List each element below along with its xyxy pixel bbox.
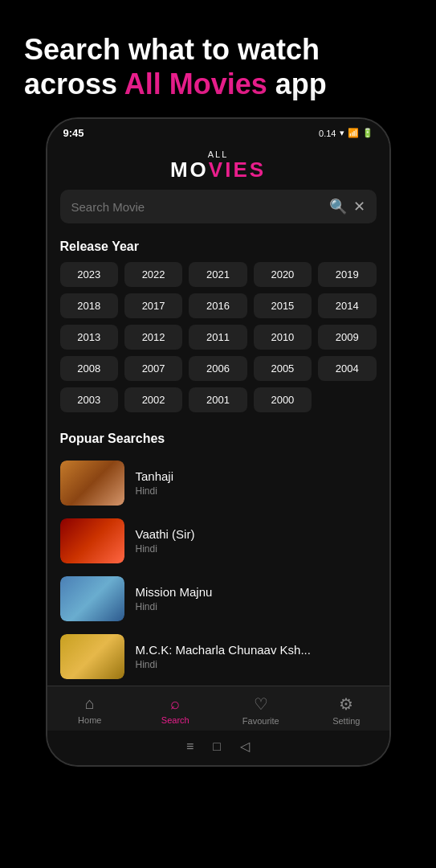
wifi-icon: ▾	[340, 128, 344, 138]
movie-lang: Hindi	[136, 543, 377, 555]
popular-searches-label: Popuar Searches	[47, 428, 389, 454]
status-bar: 9:45 0.14 ▾ 📶 🔋	[47, 119, 389, 143]
header-line1: Search what to watch	[24, 33, 320, 66]
header-highlight: All Movies	[124, 68, 267, 100]
gesture-bar: ≡□◁	[47, 731, 389, 765]
header-line2-suffix: app	[267, 68, 327, 100]
movie-title: Vaathi (Sir)	[136, 527, 377, 541]
release-year-label: Release Year	[47, 236, 389, 262]
phone-frame: 9:45 0.14 ▾ 📶 🔋 ALL MOVIES 🔍 ✕ Release Y…	[46, 117, 391, 767]
back-gesture[interactable]: ◁	[240, 739, 250, 754]
movie-lang: Hindi	[136, 601, 377, 612]
year-chip[interactable]: 2013	[60, 325, 118, 350]
year-chip[interactable]: 2001	[189, 387, 247, 412]
movie-info: Tanhaji Hindi	[136, 469, 377, 497]
nav-icon-home: ⌂	[85, 694, 95, 713]
year-chip[interactable]: 2003	[60, 387, 118, 412]
nav-item-home[interactable]: ⌂ Home	[66, 694, 114, 726]
popular-searches-section: Popuar Searches Tanhaji Hindi Vaathi (Si…	[47, 425, 389, 686]
year-chip[interactable]: 2016	[189, 293, 247, 318]
movie-lang: Hindi	[136, 485, 377, 497]
year-chip[interactable]: 2014	[318, 293, 376, 318]
search-input[interactable]	[71, 200, 323, 214]
year-chip[interactable]: 2022	[124, 262, 182, 287]
year-chip[interactable]: 2019	[318, 262, 376, 287]
app-content: ALL MOVIES 🔍 ✕ Release Year 202320222021…	[47, 143, 389, 686]
year-chip[interactable]: 2010	[254, 325, 312, 350]
year-chip[interactable]: 2009	[318, 325, 376, 350]
movie-item[interactable]: M.C.K: Macharla Chunaav Ksh... Hindi	[47, 628, 389, 686]
movie-title: Mission Majnu	[136, 585, 377, 599]
battery-icon: 🔋	[362, 128, 373, 138]
nav-label-favourite: Favourite	[242, 716, 279, 726]
year-chip[interactable]: 2006	[189, 356, 247, 381]
nav-icon-favourite: ♡	[254, 694, 268, 714]
movie-info: Vaathi (Sir) Hindi	[136, 527, 377, 555]
year-grid: 2023202220212020201920182017201620152014…	[47, 262, 389, 425]
movie-thumb	[60, 576, 124, 621]
logo-movies: MOVIES	[47, 159, 389, 180]
home-gesture[interactable]: □	[213, 739, 221, 754]
status-icons: 0.14 ▾ 📶 🔋	[319, 128, 373, 138]
movie-thumb	[60, 461, 124, 506]
year-chip[interactable]: 2023	[60, 262, 118, 287]
movie-item[interactable]: Vaathi (Sir) Hindi	[47, 512, 389, 570]
year-chip[interactable]: 2017	[124, 293, 182, 318]
movie-thumb	[60, 634, 124, 679]
header-area: Search what to watch across All Movies a…	[0, 0, 436, 117]
movie-lang: Hindi	[136, 659, 377, 670]
nav-label-search: Search	[161, 715, 189, 725]
bottom-nav: ⌂ Home ⌕ Search ♡ Favourite ⚙ Setting	[47, 686, 389, 731]
nav-icon-search: ⌕	[170, 694, 180, 713]
movie-info: Mission Majnu Hindi	[136, 585, 377, 612]
search-bar[interactable]: 🔍 ✕	[60, 190, 377, 223]
year-chip[interactable]: 2002	[124, 387, 182, 412]
close-icon[interactable]: ✕	[353, 198, 365, 215]
year-chip[interactable]: 2004	[318, 356, 376, 381]
year-chip[interactable]: 2020	[254, 262, 312, 287]
movie-item[interactable]: Mission Majnu Hindi	[47, 570, 389, 628]
nav-item-search[interactable]: ⌕ Search	[151, 694, 199, 726]
year-chip[interactable]: 2008	[60, 356, 118, 381]
nav-icon-setting: ⚙	[339, 694, 353, 714]
movie-info: M.C.K: Macharla Chunaav Ksh... Hindi	[136, 643, 377, 670]
nav-item-setting[interactable]: ⚙ Setting	[322, 694, 370, 726]
year-chip[interactable]: 2011	[189, 325, 247, 350]
signal-icon: 📶	[348, 128, 359, 138]
year-chip[interactable]: 2018	[60, 293, 118, 318]
year-chip[interactable]: 2007	[124, 356, 182, 381]
year-chip[interactable]: 2000	[254, 387, 312, 412]
search-icon[interactable]: 🔍	[329, 198, 347, 215]
year-chip[interactable]: 2015	[254, 293, 312, 318]
movie-item[interactable]: Tanhaji Hindi	[47, 454, 389, 512]
header-line2-prefix: across	[24, 68, 124, 100]
nav-label-setting: Setting	[332, 716, 360, 726]
logo-mo: MO	[170, 158, 209, 182]
nav-item-favourite[interactable]: ♡ Favourite	[237, 694, 285, 726]
movie-thumb	[60, 518, 124, 563]
year-chip[interactable]: 2012	[124, 325, 182, 350]
year-chip[interactable]: 2005	[254, 356, 312, 381]
app-logo: ALL MOVIES	[47, 143, 389, 190]
menu-gesture[interactable]: ≡	[186, 739, 194, 754]
movie-title: Tanhaji	[136, 469, 377, 483]
movie-list: Tanhaji Hindi Vaathi (Sir) Hindi Mission…	[47, 454, 389, 686]
year-chip[interactable]: 2021	[189, 262, 247, 287]
nav-label-home: Home	[78, 715, 101, 725]
logo-vies: VIES	[209, 158, 266, 182]
status-time: 9:45	[63, 127, 84, 139]
movie-title: M.C.K: Macharla Chunaav Ksh...	[136, 643, 377, 657]
